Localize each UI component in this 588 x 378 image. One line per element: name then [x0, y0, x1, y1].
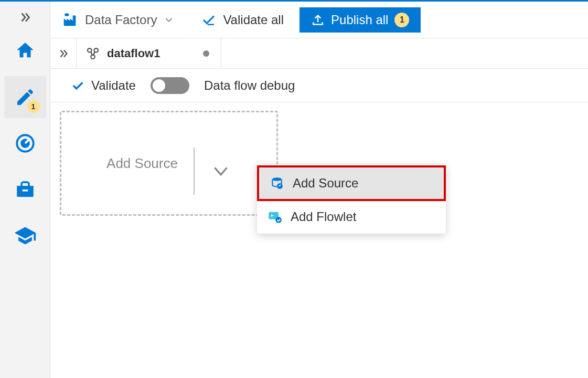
- tab-dataflow1[interactable]: dataflow1: [77, 38, 221, 68]
- toggle-knob: [153, 79, 165, 92]
- validate-button[interactable]: Validate: [70, 78, 136, 93]
- menu-add-flowlet[interactable]: Add Flowlet: [257, 201, 446, 233]
- home-icon: [14, 40, 36, 62]
- dataflow-icon: [85, 46, 101, 61]
- debug-toggle[interactable]: [151, 77, 189, 94]
- svg-point-7: [272, 177, 281, 181]
- upload-icon: [311, 13, 325, 27]
- menu-add-source-label: Add Source: [293, 176, 358, 191]
- top-toolbar: Data Factory Validate all Publish all 1: [50, 2, 588, 38]
- database-icon: [270, 176, 284, 191]
- chevron-down-icon: [210, 161, 231, 182]
- data-factory-icon: [61, 11, 79, 29]
- publish-label: Publish all: [331, 13, 388, 27]
- svg-point-6: [91, 55, 95, 59]
- chevron-down-icon: [163, 14, 175, 26]
- publish-count-badge: 1: [394, 13, 409, 27]
- menu-add-flowlet-label: Add Flowlet: [291, 209, 356, 224]
- svg-rect-2: [22, 190, 28, 192]
- toolbox-icon: [14, 178, 36, 201]
- svg-point-10: [275, 217, 282, 223]
- validate-all-button[interactable]: Validate all: [201, 12, 284, 28]
- unsaved-dot-icon: [203, 50, 209, 57]
- tab-row: dataflow1: [50, 38, 588, 69]
- gauge-icon: [14, 132, 36, 154]
- nav-author[interactable]: 1: [4, 76, 46, 118]
- menu-add-source[interactable]: Add Source: [257, 165, 446, 201]
- add-source-label: Add Source: [106, 155, 178, 172]
- chevron-right-double-icon: [18, 10, 32, 24]
- nav-home[interactable]: [4, 30, 46, 72]
- checkmark-list-icon: [201, 12, 217, 28]
- dataflow-canvas[interactable]: Add Source Add Source Add Flow: [50, 102, 588, 378]
- chevron-right-double-icon: [58, 48, 69, 59]
- nav-learn[interactable]: [4, 215, 46, 257]
- flow-toolbar: Validate Data flow debug: [50, 69, 588, 102]
- publish-all-button[interactable]: Publish all 1: [300, 7, 421, 33]
- divider: [194, 148, 195, 195]
- tab-title: dataflow1: [107, 47, 160, 60]
- validate-label: Validate: [91, 78, 136, 93]
- debug-toggle-label: Data flow debug: [204, 78, 295, 93]
- checkmark-icon: [70, 78, 85, 93]
- nav-monitor[interactable]: [4, 122, 46, 164]
- nav-manage[interactable]: [4, 169, 46, 211]
- svg-point-3: [65, 13, 69, 16]
- add-source-menu: Add Source Add Flowlet: [257, 164, 446, 234]
- left-nav-rail: 1: [0, 2, 50, 378]
- flowlet-icon: [268, 209, 282, 224]
- graduation-cap-icon: [14, 224, 37, 247]
- svg-point-8: [277, 183, 283, 189]
- rail-expand-button[interactable]: [0, 7, 50, 28]
- author-badge: 1: [27, 100, 40, 113]
- add-source-placeholder[interactable]: Add Source: [60, 111, 278, 216]
- brand-label: Data Factory: [85, 13, 157, 27]
- brand-switcher[interactable]: Data Factory: [61, 11, 175, 29]
- tabrow-expand-button[interactable]: [50, 38, 77, 68]
- validate-all-label: Validate all: [223, 13, 284, 27]
